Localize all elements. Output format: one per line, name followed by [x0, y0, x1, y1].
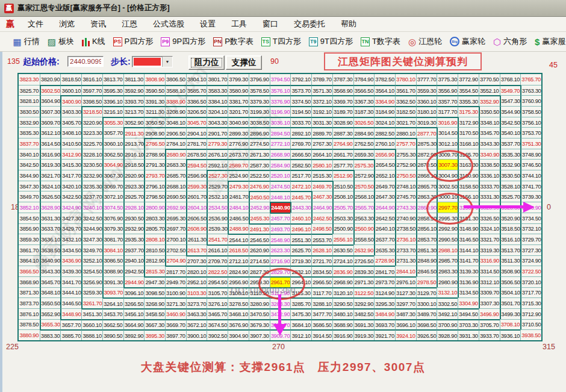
matrix-cell: 3388.90 — [165, 95, 186, 106]
menu-item-设置[interactable]: 设置 — [192, 17, 223, 31]
matrix-cell: 3408.10 — [60, 127, 81, 138]
matrix-cell: 3717.70 — [520, 287, 541, 298]
matrix-cell: 2884.90 — [353, 127, 375, 138]
matrix-cell: 3528.10 — [500, 181, 521, 191]
matrix-cell: 3352.90 — [479, 95, 500, 106]
matrix-cell: 3676.90 — [228, 319, 249, 330]
menu-item-帮助[interactable]: 帮助 — [333, 17, 364, 31]
menu-item-江恩[interactable]: 江恩 — [114, 17, 145, 31]
matrix-cell: 2719.30 — [290, 255, 311, 266]
table-icon: ▦ — [13, 37, 22, 46]
matrix-cell: 2484.10 — [228, 202, 249, 213]
matrix-cell: 3806.50 — [165, 74, 186, 85]
matrix-cell: 2704.90 — [165, 255, 186, 266]
tool-item-K线[interactable]: K线 — [78, 36, 109, 47]
matrix-cell: 2556.10 — [332, 234, 353, 244]
matrix-cell: 3448.90 — [60, 308, 81, 319]
matrix-cell: 3386.50 — [186, 95, 207, 106]
menu-item-交易委托[interactable]: 交易委托 — [286, 17, 333, 31]
matrix-cell: 2496.10 — [290, 223, 311, 234]
tool-item-P四方形[interactable]: PSP四方形 — [109, 36, 157, 47]
matrix-cell: 3225.70 — [81, 138, 102, 149]
matrix-cell: 2560.90 — [353, 223, 375, 234]
start-price-input[interactable] — [67, 56, 104, 67]
prediction-note-text: 江恩矩阵图关键位测算预判 — [338, 55, 468, 69]
matrix-cell: 3468.10 — [228, 308, 249, 319]
matrix-cell: 2836.90 — [332, 266, 353, 276]
step-color-dropdown[interactable]: ▼ — [132, 56, 173, 67]
matrix-cell: 2575.30 — [353, 159, 375, 170]
menu-item-窗口[interactable]: 窗口 — [255, 17, 286, 31]
matrix-cell: 3278.50 — [228, 297, 249, 308]
matrix-cell: 2937.70 — [123, 244, 145, 255]
matrix-cell: 2517.70 — [290, 170, 311, 181]
matrix-cell: 3475.30 — [290, 308, 311, 319]
matrix-cell: 2532.10 — [207, 191, 228, 202]
tool-item-9T四方形[interactable]: T99T四方形 — [305, 36, 356, 47]
tool-item-六角形[interactable]: ⬡六角形 — [489, 36, 530, 47]
matrix-cell: 3302.50 — [437, 297, 458, 308]
badge-icon-TN: TN — [361, 37, 370, 46]
tool-item-T数字表[interactable]: TNT数字表 — [356, 36, 404, 47]
matrix-cell: 3391.30 — [144, 95, 165, 106]
matrix-cell: 2935.30 — [123, 234, 145, 244]
tool-item-P数字表[interactable]: PNP数字表 — [210, 36, 258, 47]
matrix-cell: 2750.50 — [395, 170, 416, 181]
matrix-cell: 2443.30 — [290, 202, 311, 213]
menu-item-文件[interactable]: 文件 — [20, 17, 51, 31]
matrix-cell: 3477.70 — [311, 308, 332, 319]
matrix-cell: 2467.30 — [311, 191, 332, 202]
matrix-cell: 3379.30 — [249, 95, 270, 106]
tool-item-江恩轮[interactable]: ◎江恩轮 — [404, 36, 446, 47]
matrix-cell: 3561.70 — [395, 85, 416, 96]
matrix-cell: 2692.90 — [165, 202, 186, 213]
matrix-cell: 2928.10 — [123, 202, 145, 213]
tool-item-行情[interactable]: ▦行情 — [9, 36, 43, 47]
matrix-cell: 3835.30 — [19, 127, 40, 138]
tool-item-赢家服务[interactable]: $赢家服务 — [531, 36, 566, 47]
step-label: 步长: — [111, 57, 131, 67]
matrix-cell: 3139.30 — [458, 266, 479, 276]
resistance-button[interactable]: 阻力位 — [188, 55, 225, 70]
chevron-down-icon[interactable]: ▼ — [162, 57, 172, 67]
matrix-cell: 3804.10 — [186, 74, 207, 85]
matrix-cell: 2527.30 — [207, 170, 228, 181]
menu-item-工具[interactable]: 工具 — [223, 17, 255, 31]
matrix-cell: 3588.10 — [165, 85, 186, 96]
matrix-cell: 2997.70 — [437, 202, 458, 213]
matrix-cell: 2810.50 — [144, 244, 165, 255]
matrix-cell: 3276.10 — [207, 297, 228, 308]
matrix-cell: 2760.10 — [374, 138, 395, 149]
menu-item-浏览[interactable]: 浏览 — [51, 17, 82, 31]
support-button[interactable]: 支撑位 — [226, 55, 262, 70]
matrix-cell: 3679.30 — [249, 319, 270, 330]
tool-item-T四方形[interactable]: TST四方形 — [257, 36, 305, 47]
tool-item-赢家轮[interactable]: Big赢家轮 — [446, 36, 489, 47]
matrix-cell: 2498.50 — [311, 223, 332, 234]
matrix-cell: 2546.50 — [249, 234, 270, 244]
matrix-cell: 3760.90 — [520, 95, 541, 106]
tool-item-板块[interactable]: ▨板块 — [43, 36, 78, 47]
matrix-cell: 2733.70 — [395, 244, 416, 255]
matrix-cell: 3523.30 — [500, 202, 521, 213]
matrix-cell: 3580.90 — [228, 85, 249, 96]
matrix-cell: 2863.30 — [416, 191, 437, 202]
tool-item-9P四方形[interactable]: P99P四方形 — [157, 36, 210, 47]
matrix-cell: 2476.90 — [249, 181, 270, 191]
matrix-cell: 2481.70 — [228, 191, 249, 202]
matrix-cell: 2815.30 — [144, 266, 165, 276]
matrix-cell: 3568.90 — [332, 85, 353, 96]
menu-item-公式选股[interactable]: 公式选股 — [145, 17, 192, 31]
matrix-cell: 3700.90 — [437, 319, 458, 330]
matrix-cell: 3578.50 — [249, 85, 270, 96]
matrix-cell: 3110.50 — [249, 287, 270, 298]
matrix-cell: 3220.90 — [81, 117, 102, 128]
matrix-cell: 3189.70 — [332, 106, 353, 117]
matrix-cell: 3772.90 — [458, 74, 479, 85]
matrix-cell: 3660.10 — [81, 319, 102, 330]
matrix-cell: 3573.70 — [290, 85, 311, 96]
matrix-cell: 3237.70 — [81, 191, 102, 202]
menu-item-资讯[interactable]: 资讯 — [82, 17, 114, 31]
matrix-cell: 3854.50 — [19, 213, 40, 223]
matrix-cell: 2894.50 — [270, 127, 291, 138]
